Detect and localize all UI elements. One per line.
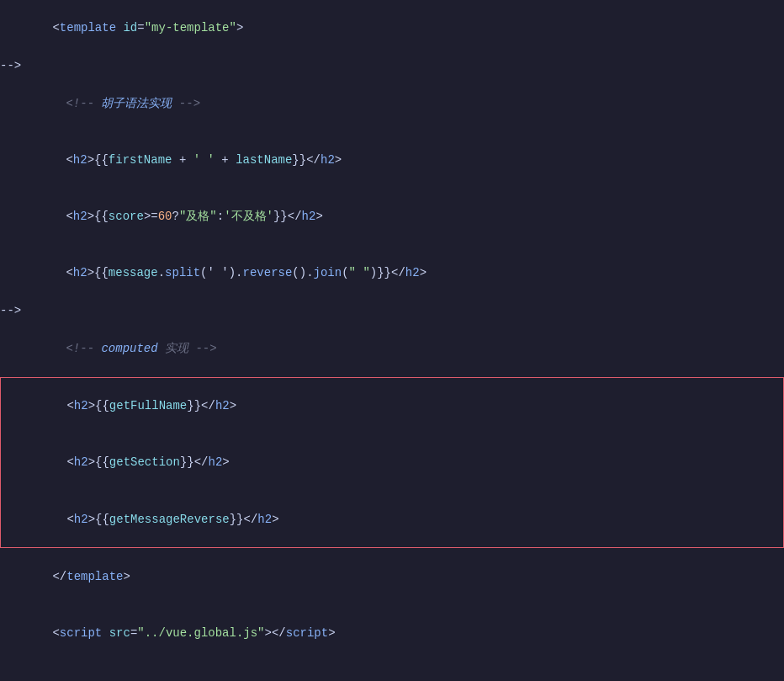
line-10: </template> [0,548,784,604]
line-1: <template id="my-template"> [0,0,784,56]
line-8: <h2>{{getSection}}</h2> [0,434,784,491]
line-5: <h2>{{message.split(' ').reverse().join(… [0,245,784,301]
line-6: <!-- computed 实现 --> [0,321,784,377]
line-2: <!-- 胡子语法实现 --> [0,76,784,132]
line-3: <h2>{{firstName + ' ' + lastName}}</h2> [0,132,784,189]
line-11: <script src="../vue.global.js"></script> [0,605,784,662]
code-editor: <template id="my-template"> --> <!-- 胡子语… [0,0,784,681]
line-4: <h2>{{score>=60?"及格":'不及格'}}</h2> [0,189,784,245]
line-12: <script> [0,662,784,681]
line-7: <h2>{{getFullName}}</h2> [0,377,784,434]
line-9: <h2>{{getMessageReverse}}</h2> [0,491,784,548]
